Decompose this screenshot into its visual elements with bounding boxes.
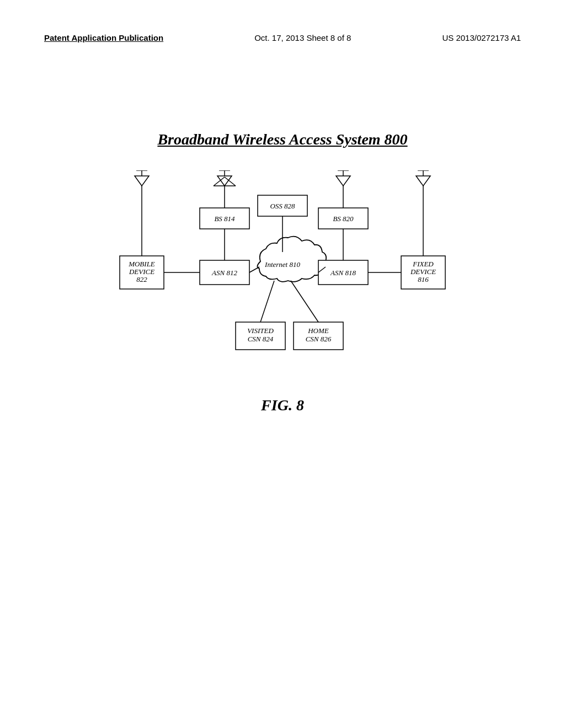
svg-text:OSS 828: OSS 828 [270,202,295,210]
header-center-label: Oct. 17, 2013 Sheet 8 of 8 [254,33,351,42]
header: Patent Application Publication Oct. 17, … [44,33,521,42]
svg-text:MOBILE: MOBILE [128,260,155,268]
svg-text:DEVICE: DEVICE [129,267,154,276]
svg-marker-40 [416,176,430,186]
svg-marker-36 [135,176,149,186]
svg-text:ASN 812: ASN 812 [211,269,237,277]
diagram-svg: .svg-text { font-family: 'Times New Roma… [89,170,476,374]
svg-line-52 [291,281,318,322]
home-csn-box: HOME CSN 826 [294,322,343,350]
svg-text:FIXED: FIXED [412,260,434,268]
page: Patent Application Publication Oct. 17, … [0,0,565,728]
antenna-bs814 [214,170,236,208]
svg-text:HOME: HOME [307,326,329,335]
antenna-bs820 [336,170,350,208]
svg-text:822: 822 [136,275,147,283]
svg-text:CSN 826: CSN 826 [306,335,332,343]
fixed-device-box: FIXED DEVICE 816 [401,256,445,289]
internet-cloud: Internet 810 [257,237,326,282]
svg-text:Internet 810: Internet 810 [264,260,300,269]
svg-line-44 [249,267,259,272]
antenna-mobile [135,170,149,256]
svg-text:BS 820: BS 820 [333,215,354,223]
svg-text:BS 814: BS 814 [214,215,235,223]
network-diagram: .svg-text { font-family: 'Times New Roma… [89,170,476,374]
svg-text:816: 816 [418,275,429,283]
svg-line-51 [260,281,274,322]
svg-marker-32 [336,176,350,186]
svg-text:ASN 818: ASN 818 [330,269,356,277]
bs814-box: BS 814 [200,208,249,229]
asn818-box: ASN 818 [318,260,368,285]
svg-text:DEVICE: DEVICE [410,267,436,276]
mobile-device-box: MOBILE DEVICE 822 [120,256,164,289]
svg-text:CSN 824: CSN 824 [248,335,274,343]
diagram-area: Broadband Wireless Access System 800 .sv… [44,131,521,414]
fig-label: FIG. 8 [261,397,304,414]
diagram-title: Broadband Wireless Access System 800 [157,131,407,148]
oss828-box: OSS 828 [258,195,307,216]
antenna-fixed [416,170,430,256]
header-left-label: Patent Application Publication [44,33,163,42]
header-right-label: US 2013/0272173 A1 [442,33,521,42]
asn812-box: ASN 812 [200,260,249,285]
bs820-box: BS 820 [318,208,368,229]
svg-text:VISITED: VISITED [247,326,274,335]
visited-csn-box: VISITED CSN 824 [236,322,285,350]
